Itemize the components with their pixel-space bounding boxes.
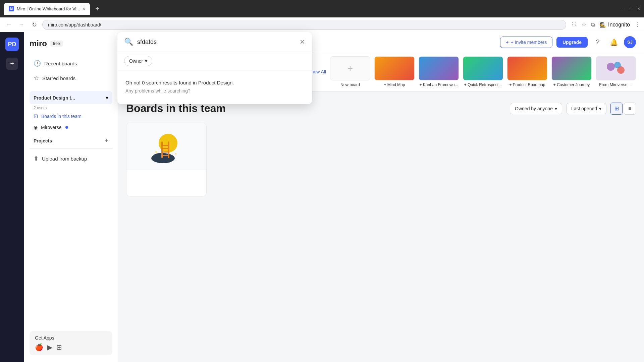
upload-icon: ⬆: [34, 155, 39, 162]
maximize-icon[interactable]: □: [630, 6, 632, 11]
nav-icons: 🛡 ☆ ⧉ 🕵 Incognito ⋮: [572, 21, 640, 28]
boards-in-team-label: Boards in this team: [41, 114, 82, 119]
owner-filter-button[interactable]: Owner ▾: [124, 56, 152, 66]
new-board-template[interactable]: + New board: [330, 56, 370, 87]
team-section: Product Design t... ▾ 2 users ⊡ Boards i…: [30, 91, 112, 133]
app-container: PD + miro free 🕐 Recent boards ☆ Starred…: [0, 32, 644, 362]
boards-in-team-link[interactable]: ⊡ Boards in this team: [30, 110, 112, 122]
new-item-sidebar-button[interactable]: +: [6, 58, 18, 70]
help-button[interactable]: ?: [592, 36, 604, 48]
retro-template[interactable]: + Quick Retrospect...: [463, 56, 503, 87]
android-icon[interactable]: ▶: [47, 343, 52, 351]
svg-point-0: [607, 63, 615, 71]
sort-filter-label: Last opened: [571, 106, 597, 111]
add-project-button[interactable]: +: [104, 137, 108, 144]
customer-journey-label: + Customer Journey: [553, 82, 590, 87]
browser-chrome: M Miro | Online Whiteboard for Vi... × +…: [0, 0, 644, 17]
upgrade-button[interactable]: Upgrade: [556, 37, 588, 48]
board-illustration-svg: ✦ ✦: [146, 126, 186, 167]
invite-label: + Invite members: [511, 40, 547, 45]
view-toggle: ⊞ ≡: [610, 103, 636, 115]
upgrade-label: Upgrade: [562, 40, 582, 45]
tab-close-icon[interactable]: ×: [83, 6, 85, 11]
browser-tab[interactable]: M Miro | Online Whiteboard for Vi... ×: [4, 3, 90, 15]
user-avatar-header[interactable]: SJ: [624, 36, 636, 48]
svg-text:✦: ✦: [175, 153, 177, 156]
team-users-count: 2 users: [30, 106, 112, 110]
kanban-template[interactable]: + Kanban Framewo...: [419, 56, 459, 87]
back-button[interactable]: ←: [4, 20, 13, 29]
kanban-thumb: [419, 56, 459, 80]
board-card[interactable]: ✦ ✦: [126, 123, 207, 196]
star-nav-icon[interactable]: ☆: [582, 21, 586, 28]
plus-icon: +: [506, 40, 508, 45]
window-controls: — □ ×: [621, 6, 640, 11]
split-view-icon[interactable]: ⧉: [591, 22, 595, 28]
customer-journey-template[interactable]: + Customer Journey: [551, 56, 592, 87]
miroverse-label: Miroverse: [41, 125, 61, 130]
owner-filter-select[interactable]: Owned by anyone ▾: [510, 103, 562, 114]
incognito-area: 🕵 Incognito: [599, 21, 630, 28]
invite-members-button[interactable]: + + Invite members: [500, 37, 552, 48]
miroverse-label: From Miroverse →: [599, 82, 632, 87]
miroverse-template[interactable]: From Miroverse →: [596, 56, 636, 87]
starred-boards-nav[interactable]: ☆ Starred boards: [30, 71, 112, 85]
search-icon: 🔍: [124, 38, 133, 46]
grid-view-button[interactable]: ⊞: [610, 103, 623, 115]
roadmap-template[interactable]: + Product Roadmap: [507, 56, 547, 87]
mind-map-thumb: [374, 56, 415, 80]
list-view-button[interactable]: ≡: [624, 103, 636, 115]
user-avatar-sidebar[interactable]: PD: [5, 38, 19, 51]
scroll-area[interactable]: Boards in this team Owned by anyone ▾ La…: [118, 92, 644, 362]
team-name: Product Design t...: [34, 95, 75, 101]
nav-bar: ← → ↻ miro.com/app/dashboard/ 🛡 ☆ ⧉ 🕵 In…: [0, 17, 644, 32]
chevron-owner-icon: ▾: [555, 106, 557, 111]
close-window-icon[interactable]: ×: [638, 6, 640, 11]
miroverse-link[interactable]: ◉ Miroverse: [30, 122, 112, 133]
windows-icon[interactable]: ⊞: [56, 343, 62, 351]
apple-icon[interactable]: 🍎: [35, 343, 43, 351]
roadmap-thumb: [507, 56, 547, 80]
thin-sidebar: PD +: [0, 32, 24, 362]
sort-filter-select[interactable]: Last opened ▾: [566, 103, 606, 114]
notifications-button[interactable]: 🔔: [608, 36, 620, 48]
miro-wordmark: miro: [30, 39, 47, 48]
clear-search-icon[interactable]: ✕: [300, 38, 305, 46]
more-nav-icon[interactable]: ⋮: [635, 21, 640, 28]
new-tab-button[interactable]: +: [93, 4, 102, 13]
forward-button[interactable]: →: [17, 20, 26, 29]
no-results-subtitle: Any problems while searching?: [125, 88, 304, 94]
retro-thumb: [463, 56, 503, 80]
mind-map-label: + Mind Map: [384, 82, 405, 87]
owner-filter-label: Owned by anyone: [515, 106, 553, 111]
divider: [30, 148, 112, 149]
starred-boards-label: Starred boards: [42, 75, 75, 81]
boards-icon: ⊡: [34, 113, 38, 119]
recent-boards-label: Recent boards: [44, 61, 77, 66]
address-text: miro.com/app/dashboard/: [48, 22, 101, 27]
recent-boards-nav[interactable]: 🕐 Recent boards: [30, 56, 112, 70]
address-bar[interactable]: miro.com/app/dashboard/: [42, 20, 566, 30]
left-panel: miro free 🕐 Recent boards ☆ Starred boar…: [24, 32, 118, 362]
miroverse-icon: ◉: [34, 125, 38, 130]
svg-rect-9: [161, 148, 169, 149]
tab-title: Miro | Online Whiteboard for Vi...: [17, 6, 80, 11]
miroverse-thumb: [596, 56, 636, 80]
svg-rect-11: [161, 155, 169, 156]
incognito-icon: 🕵: [599, 21, 606, 28]
upload-from-backup-nav[interactable]: ⬆ Upload from backup: [30, 152, 112, 166]
customer-journey-thumb: [551, 56, 592, 80]
new-board-thumb: +: [330, 56, 370, 80]
svg-text:✦: ✦: [155, 150, 157, 154]
get-apps-title: Get Apps: [35, 335, 107, 341]
minimize-icon[interactable]: —: [621, 6, 625, 11]
mind-map-template[interactable]: + Mind Map: [374, 56, 415, 87]
search-input[interactable]: [137, 39, 296, 46]
chevron-down-icon: ▾: [106, 95, 108, 101]
plan-badge: free: [50, 41, 63, 47]
notification-dot: [65, 126, 68, 129]
team-header[interactable]: Product Design t... ▾: [30, 91, 112, 104]
tab-favicon: M: [9, 6, 14, 11]
refresh-button[interactable]: ↻: [30, 20, 39, 29]
app-icons-row: 🍎 ▶ ⊞: [35, 343, 107, 351]
